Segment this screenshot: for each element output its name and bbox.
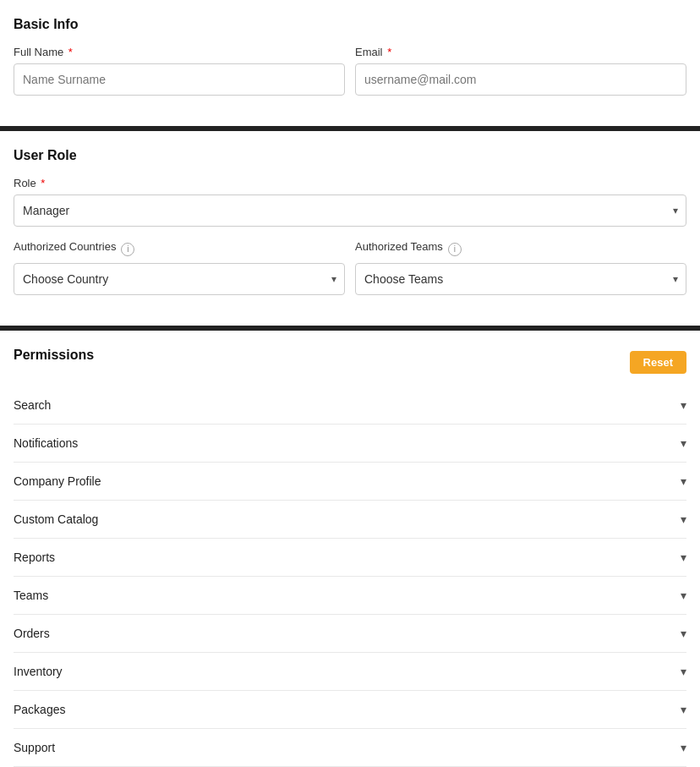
permission-chevron-icon: ▾ [681,512,686,526]
permission-label: Inventory [14,665,63,678]
teams-group: Authorized Teams i Choose Teams ▾ [355,240,686,295]
role-row: Role * Manager Admin Viewer Editor ▾ [14,177,686,227]
permission-item[interactable]: Inventory ▾ [14,653,686,691]
permission-label: Support [14,741,55,754]
user-role-section: User Role Role * Manager Admin Viewer Ed… [0,126,700,326]
role-required: * [38,177,46,189]
permissions-header: Permissions Reset [14,348,686,376]
basic-info-title: Basic Info [14,17,686,32]
permission-chevron-icon: ▾ [681,551,686,564]
countries-info-icon[interactable]: i [121,243,134,256]
full-name-input[interactable] [14,63,345,96]
permission-label: Orders [14,627,50,640]
teams-select[interactable]: Choose Teams [355,263,686,295]
role-select-wrapper: Manager Admin Viewer Editor ▾ [14,194,686,227]
teams-select-wrapper: Choose Teams ▾ [355,263,686,295]
permission-item[interactable]: Search ▾ [14,386,686,425]
countries-group: Authorized Countries i Choose Country ▾ [14,240,345,295]
permission-label: Company Profile [14,474,101,488]
permission-label: Packages [14,703,65,716]
permission-item[interactable]: Reports ▾ [14,539,686,577]
permission-item[interactable]: Custom Catalog ▾ [14,501,686,539]
countries-select[interactable]: Choose Country [14,263,345,295]
permission-chevron-icon: ▾ [681,474,686,488]
permission-chevron-icon: ▾ [681,589,686,602]
permission-item[interactable]: Notifications ▾ [14,425,686,463]
role-group: Role * Manager Admin Viewer Editor ▾ [14,177,686,227]
permission-label: Teams [14,589,48,602]
permission-label: Notifications [14,436,78,450]
permissions-section: Permissions Reset Search ▾ Notifications… [0,326,700,767]
permission-item[interactable]: Support ▾ [14,729,686,767]
email-group: Email * [355,46,686,96]
basic-info-row: Full Name * Email * [14,46,686,96]
teams-label-row: Authorized Teams i [355,240,686,258]
full-name-label: Full Name * [14,46,345,58]
full-name-required: * [65,46,73,58]
email-label: Email * [355,46,686,58]
permission-label: Custom Catalog [14,512,98,526]
countries-label: Authorized Countries [14,240,116,253]
permissions-list: Search ▾ Notifications ▾ Company Profile… [14,386,686,767]
teams-label: Authorized Teams [355,240,443,253]
permission-chevron-icon: ▾ [681,398,686,412]
permission-chevron-icon: ▾ [681,741,686,754]
countries-select-wrapper: Choose Country ▾ [14,263,345,295]
auth-row: Authorized Countries i Choose Country ▾ … [14,240,686,295]
permission-item[interactable]: Packages ▾ [14,691,686,729]
email-input[interactable] [355,63,686,96]
permission-chevron-icon: ▾ [681,703,686,716]
permission-label: Reports [14,551,55,564]
permission-chevron-icon: ▾ [681,436,686,450]
permission-item[interactable]: Orders ▾ [14,615,686,653]
permission-chevron-icon: ▾ [681,665,686,678]
permissions-title: Permissions [14,348,94,363]
permission-item[interactable]: Company Profile ▾ [14,463,686,501]
reset-button[interactable]: Reset [630,351,686,374]
full-name-group: Full Name * [14,46,345,96]
role-select[interactable]: Manager Admin Viewer Editor [14,194,686,227]
permission-label: Search [14,398,51,412]
teams-info-icon[interactable]: i [448,243,462,256]
countries-label-row: Authorized Countries i [14,240,345,258]
basic-info-section: Basic Info Full Name * Email * [0,0,700,126]
user-role-title: User Role [14,148,686,163]
permission-item[interactable]: Teams ▾ [14,577,686,615]
permission-chevron-icon: ▾ [681,627,686,640]
email-required: * [385,46,392,58]
role-label: Role * [14,177,686,189]
